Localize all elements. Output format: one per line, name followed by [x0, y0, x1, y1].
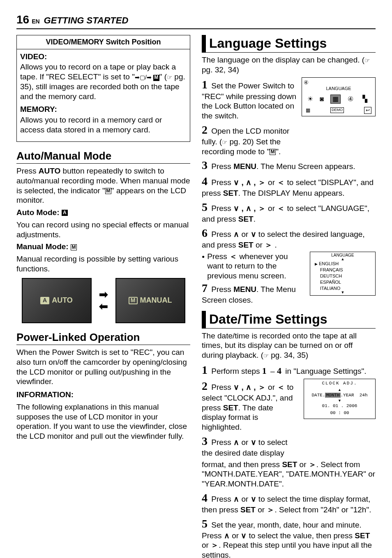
- date-step-5: 5 Set the year, month, date, hour and mi…: [202, 516, 376, 558]
- auto-manual-text: Press AUTO button repeatedly to switch t…: [16, 166, 190, 205]
- memory-text: Allows you to record in a memory card or…: [20, 115, 187, 135]
- step-3: 3 Press MENU. The Menu Screen appears.: [202, 158, 376, 172]
- clock-adj-screen: CLOCK ADJ. ▲ DATE.MONTH.YEAR 24h ▼ 01. 0…: [304, 379, 376, 419]
- menu3-time: 00 : 00: [304, 410, 375, 416]
- hand-icon: ☞: [167, 74, 172, 81]
- power-linked-text: When the Power Switch is set to "REC", y…: [16, 347, 190, 387]
- up-arrow-icon: ▲: [304, 389, 375, 391]
- rec-select-icons: ➡▢/➡ M: [135, 74, 159, 81]
- auto-mode-text: You can record using no special effects …: [16, 220, 190, 240]
- menu1-icon-row: ☀◙▦④▝▖: [304, 93, 374, 105]
- step-1: 1 Set the Power Switch to "REC" while pr…: [202, 77, 297, 121]
- manual-mode-icon: M: [105, 188, 111, 194]
- lcd-manual: MMANUAL: [115, 278, 185, 323]
- manual-mode-icon: M: [270, 149, 276, 155]
- video-heading: VIDEO:: [20, 52, 187, 62]
- step-7: 7 Press MENU. The Menu Screen closes.: [202, 281, 306, 305]
- language-intro: The language on the display can be chang…: [202, 55, 376, 75]
- lang-espanol: ESPAÑOL: [310, 279, 375, 285]
- step-5: 5 Press ∨ , ∧ , ＞ or ＜ to select "LANGUA…: [202, 200, 376, 224]
- demo-label: DEMO: [330, 107, 344, 113]
- arrow-icons: ➡⬅: [99, 289, 108, 312]
- return-icon: ↩: [364, 107, 371, 114]
- step-6-note: Press ＜ whenever you want to return to t…: [202, 252, 306, 281]
- section-title: GETTING STARTED: [44, 15, 129, 26]
- lcd-illustration: AAUTO ➡⬅ MMANUAL: [16, 278, 190, 323]
- language-settings-heading: Language Settings: [202, 35, 376, 53]
- down-arrow-icon: ▼: [310, 291, 375, 294]
- menu3-title: CLOCK ADJ.: [304, 381, 375, 387]
- hand-icon: ☞: [222, 139, 227, 146]
- up-arrow-icon: ▲: [310, 258, 375, 261]
- switch-position-box: VIDEO: Allows you to record on a tape or…: [16, 49, 190, 142]
- date-time-intro: The date/time is recorded onto the tape …: [202, 331, 376, 360]
- right-column: Language Settings The language on the di…: [202, 35, 376, 558]
- video-text: Allows you to record on a tape or play b…: [20, 62, 187, 101]
- date-step-4: 4 Press ∧ or ∨ to select the time displa…: [202, 491, 376, 515]
- clock-icon: ④: [304, 79, 374, 86]
- information-text: The following explanations in this manua…: [16, 402, 190, 441]
- page-number: 16: [16, 12, 29, 27]
- pixel-icon: ▦: [306, 107, 310, 113]
- step-2: 2 Open the LCD monitor fully. (☞ pg. 20)…: [202, 123, 297, 157]
- lang-deutsch: DEUTSCH: [310, 273, 375, 279]
- lang-francais: FRANÇAIS: [310, 267, 375, 273]
- date-step-2: 2 Press ∨ , ∧ , ＞ or ＜ to select "CLOCK …: [202, 379, 300, 432]
- date-step-3-start: 3 Press ∧ or ∨ to select the desired dat…: [202, 434, 300, 458]
- lcd-auto: AAUTO: [22, 278, 92, 323]
- power-linked-heading: Power-Linked Operation: [16, 331, 190, 345]
- date-time-heading: Date/Time Settings: [202, 311, 376, 329]
- display-menu-screen: ④ LANGUAGE ☀◙▦④▝▖ ▦ DEMO ↩: [302, 77, 376, 116]
- manual-mode-icon: M: [71, 244, 77, 250]
- page-lang: EN: [32, 18, 39, 25]
- step-4: 4 Press ∨ , ∧ , ＞ or ＜ to select "DISPLA…: [202, 174, 376, 198]
- information-heading: INFORMATION:: [16, 390, 190, 400]
- date-step-3-cont: format, and then press SET or ＞. Select …: [202, 460, 376, 489]
- manual-mode-text: Manual recording is possible by setting …: [16, 254, 190, 274]
- lang-english: ENGLISH: [310, 261, 375, 267]
- page-header: 16 EN GETTING STARTED: [16, 12, 376, 29]
- auto-manual-heading: Auto/Manual Mode: [16, 149, 190, 164]
- menu1-title: LANGUAGE: [304, 86, 374, 92]
- switch-position-heading: VIDEO/MEMORY Switch Position: [16, 35, 190, 49]
- date-step-1: 1 Perform steps 1 – 4 in "Language Setti…: [202, 363, 376, 377]
- language-menu-screen: LANGUAGE ▲ ENGLISH FRANÇAIS DEUTSCH ESPA…: [310, 252, 376, 296]
- menu3-date: 01. 01 . 2006: [304, 403, 375, 409]
- hand-icon: ☞: [263, 352, 269, 359]
- auto-mode-heading: Auto Mode: A: [16, 208, 190, 218]
- memory-heading: MEMORY:: [20, 104, 187, 114]
- hand-icon: ☞: [364, 57, 370, 64]
- left-column: VIDEO/MEMORY Switch Position VIDEO: Allo…: [16, 35, 190, 558]
- auto-mode-icon: A: [62, 210, 68, 216]
- menu3-date-format: DATE.MONTH.YEAR 24h: [304, 393, 375, 398]
- manual-mode-heading: Manual Mode: M: [16, 242, 190, 252]
- down-arrow-icon: ▼: [304, 400, 375, 402]
- step-6: 6 Press ∧ or ∨ to select the desired lan…: [202, 226, 376, 250]
